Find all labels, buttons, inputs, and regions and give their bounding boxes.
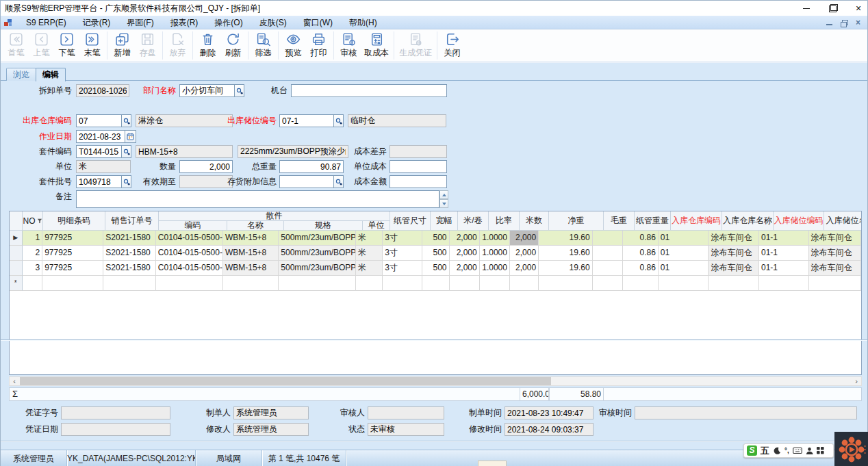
grid-cell-net_weight[interactable]: 19.60 (539, 231, 592, 246)
grid-cell-tube_weight[interactable]: 0.86 (623, 246, 659, 261)
spin-down-icon[interactable] (439, 199, 448, 208)
mdi-restore-button[interactable] (840, 19, 847, 27)
horizontal-scrollbar[interactable]: ‹ › (9, 376, 862, 386)
grid-cell-detail_barcode[interactable]: 977925 (42, 231, 103, 246)
mdi-minimize-button[interactable] (826, 19, 833, 27)
scrollbar-thumb[interactable] (20, 377, 551, 385)
grid-cell-m_per_roll[interactable]: 2,000 (450, 231, 480, 246)
grid-cell-code[interactable]: C0104-015-0500-... (156, 231, 223, 246)
menu-item-2[interactable]: 界面(F) (118, 16, 162, 29)
grid-cell-in_wh_name[interactable]: 涂布车间仓 (709, 231, 759, 246)
remark-spinner[interactable] (439, 190, 448, 208)
grid-cell-sales_order[interactable] (103, 276, 156, 291)
grid-cell-sales_order[interactable]: S2021-1580 (103, 246, 156, 261)
grid-cell-in_wh_code[interactable]: 01 (659, 261, 709, 276)
grid-cell-unit[interactable] (356, 276, 383, 291)
column-header-net_weight[interactable]: 净重 (549, 211, 604, 231)
cost-amount-field[interactable] (390, 175, 447, 188)
column-header-width[interactable]: 宽幅 (431, 211, 458, 231)
grid-cell-name[interactable]: WBM-15+8 (223, 231, 279, 246)
grid-cell-net_weight[interactable]: 19.60 (539, 246, 592, 261)
toolbar-button-preview[interactable]: 预览 (281, 29, 306, 62)
menu-item-1[interactable]: 记录(R) (75, 16, 119, 29)
grid-cell-in_loc_name[interactable]: 涂布车间仓 (809, 246, 862, 261)
grid-cell-meters[interactable] (510, 276, 539, 291)
grid-cell-tube_size[interactable]: 3寸 (383, 231, 422, 246)
menu-item-5[interactable]: 皮肤(S) (251, 16, 295, 29)
grid-cell-ratio[interactable] (480, 276, 510, 291)
grid-cell-detail_barcode[interactable]: 977925 (42, 261, 103, 276)
corner-app-icon[interactable] (834, 432, 868, 466)
tab-edit[interactable]: 编辑 (36, 68, 66, 81)
grid-cell-tube_weight[interactable] (623, 276, 659, 291)
user-icon[interactable] (806, 447, 813, 455)
grid-cell-width[interactable] (422, 276, 449, 291)
column-header-no[interactable]: NO (23, 211, 43, 231)
grid-cell-tube_size[interactable] (383, 276, 422, 291)
toolbar-button-last-record[interactable]: 末笔 (79, 29, 105, 62)
minimize-button[interactable] (802, 3, 811, 13)
out-loc-code-field[interactable] (279, 114, 334, 127)
toolbar-button-refresh[interactable]: 刷新 (220, 29, 246, 62)
menu-item-6[interactable]: 窗口(W) (295, 16, 341, 29)
punctuation-icon[interactable]: °, (784, 445, 789, 456)
grid-cell-in_loc_name[interactable] (809, 276, 862, 291)
work-date-calendar-button[interactable] (125, 130, 136, 143)
grid-cell-in_loc_name[interactable]: 涂布车间仓 (809, 261, 862, 276)
column-header-in_loc_name[interactable]: 入库储位名称 (824, 211, 862, 231)
row-indicator[interactable]: * (10, 276, 23, 291)
grid-cell-no[interactable]: 3 (23, 261, 43, 276)
menu-item-4[interactable]: 操作(O) (206, 16, 251, 29)
row-indicator[interactable] (10, 246, 23, 261)
column-header-tube_size[interactable]: 纸管尺寸 (390, 211, 431, 231)
grid-cell-name[interactable] (223, 276, 279, 291)
menu-item-3[interactable]: 报表(R) (162, 16, 207, 29)
filter-icon[interactable] (37, 218, 42, 224)
column-header-ratio[interactable]: 比率 (489, 211, 520, 231)
grid-cell-in_wh_code[interactable]: 01 (659, 246, 709, 261)
grid-cell-in_loc_code[interactable]: 01-1 (759, 231, 809, 246)
grid-cell-name[interactable]: WBM-15+8 (223, 246, 279, 261)
column-header-tube_weight[interactable]: 纸管重量 (635, 211, 671, 231)
column-header-in_loc_code[interactable]: 入库储位编码 (774, 211, 824, 231)
toolbar-button-next-record[interactable]: 下笔 (54, 29, 79, 62)
grid-cell-in_loc_code[interactable]: 01-1 (759, 246, 809, 261)
grid-cell-net_weight[interactable] (539, 276, 592, 291)
grid-cell-ratio[interactable]: 1.0000 (480, 231, 510, 246)
grid-cell-gross_weight[interactable] (593, 231, 623, 246)
ime-mode-wubi[interactable]: 五 (761, 445, 769, 456)
grid-cell-in_wh_name[interactable] (709, 276, 759, 291)
kit-code-field[interactable] (76, 145, 122, 158)
column-header-name[interactable]: 名称 (227, 221, 284, 231)
grid-cell-meters[interactable]: 2,000 (510, 231, 539, 246)
grid-cell-net_weight[interactable]: 19.60 (539, 261, 592, 276)
toolbar-button-add[interactable]: 新增 (110, 29, 135, 62)
tab-browse[interactable]: 浏览 (6, 68, 36, 81)
column-header-meters[interactable]: 米数 (520, 211, 549, 231)
grid-cell-no[interactable]: 1 (23, 231, 43, 246)
grid-cell-name[interactable]: WBM-15+8 (223, 261, 279, 276)
grid-cell-no[interactable]: 2 (23, 246, 43, 261)
grid-cell-meters[interactable]: 2,000 (510, 261, 539, 276)
grid-cell-unit[interactable]: 米 (356, 261, 383, 276)
grid-cell-spec[interactable]: 500mm/23um/BOPP... (279, 231, 356, 246)
toolbar-button-print[interactable]: 打印 (306, 29, 331, 62)
toolbar-button-delete[interactable]: 删除 (195, 29, 220, 62)
grid-cell-in_loc_name[interactable]: 涂布车间仓 (809, 231, 862, 246)
scroll-right-icon[interactable]: › (852, 377, 861, 385)
menu-item-7[interactable]: 帮助(H) (341, 16, 385, 29)
grid-cell-code[interactable] (156, 276, 223, 291)
scroll-left-icon[interactable]: ‹ (10, 377, 19, 385)
grid-cell-gross_weight[interactable] (593, 246, 623, 261)
column-header-m_per_roll[interactable]: 米/卷 (458, 211, 489, 231)
grid-cell-tube_size[interactable]: 3寸 (383, 246, 422, 261)
grid-cell-width[interactable]: 500 (422, 261, 449, 276)
toolbar-button-filter[interactable]: 筛选 (251, 29, 276, 62)
out-wh-code-lookup-button[interactable] (122, 114, 131, 127)
column-header-spec[interactable]: 规格 (284, 221, 363, 231)
grid-cell-tube_weight[interactable]: 0.86 (623, 231, 659, 246)
grid-cell-in_wh_name[interactable]: 涂布车间仓 (709, 261, 759, 276)
spin-up-icon[interactable] (439, 190, 448, 199)
keyboard-icon[interactable] (793, 447, 802, 454)
mdi-close-button[interactable]: × (854, 19, 862, 27)
